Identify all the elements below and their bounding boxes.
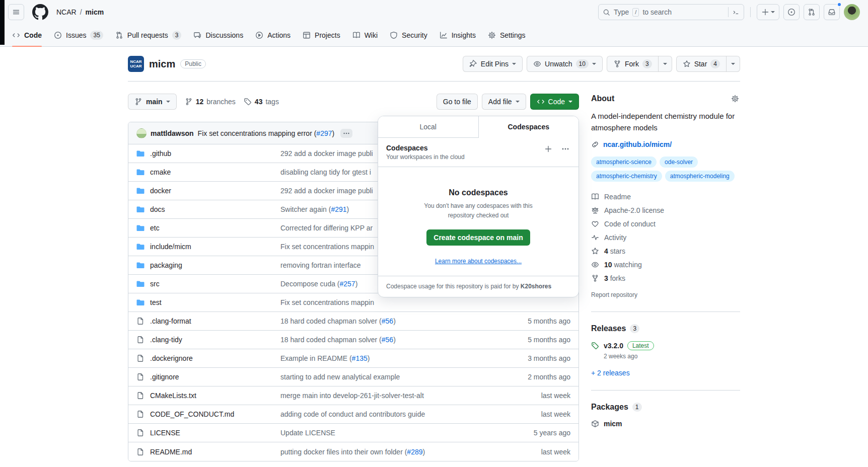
add-file-button[interactable]: Add file [482, 94, 526, 110]
breadcrumb-repo[interactable]: micm [86, 8, 104, 16]
commit-message-link[interactable]: 18 hard coded chapman solver (#56) [280, 336, 500, 344]
pr-link[interactable]: #56 [382, 336, 393, 344]
new-codespace-button[interactable] [543, 144, 553, 154]
commit-message-link[interactable]: adding code of conduct and contributors … [280, 410, 500, 418]
global-pull-requests-button[interactable] [804, 4, 820, 20]
github-logo[interactable] [32, 4, 48, 20]
user-avatar[interactable] [844, 4, 860, 20]
file-name-link[interactable]: .gitignore [136, 373, 280, 381]
pr-link[interactable]: #56 [382, 317, 393, 325]
commit-message-link[interactable]: putting docker files into their own fold… [280, 448, 500, 456]
tab-security[interactable]: Security [386, 24, 431, 46]
unwatch-button[interactable]: Unwatch 10 [527, 56, 603, 72]
about-item-watching[interactable]: 10 watching [591, 261, 740, 269]
file-name-link[interactable]: etc [136, 224, 280, 232]
commit-message-link[interactable]: Update LICENSE [280, 429, 500, 437]
pr-link[interactable]: #257 [340, 280, 355, 288]
popover-tabs: Local Codespaces [378, 116, 578, 138]
fork-button[interactable]: Fork 3 [607, 56, 658, 71]
topic-atmospheric-chemistry[interactable]: atmospheric-chemistry [591, 171, 662, 182]
tab-pull-requests[interactable]: Pull requests3 [111, 24, 186, 46]
tab-projects[interactable]: Projects [299, 24, 344, 46]
codespaces-more-button[interactable] [560, 144, 570, 154]
pr-link[interactable]: #289 [407, 448, 422, 456]
about-item-apache-2-0-license[interactable]: Apache-2.0 license [591, 206, 740, 214]
tab-insights[interactable]: Insights [436, 24, 480, 46]
about-item-readme[interactable]: Readme [591, 193, 740, 201]
branch-selector[interactable]: main [128, 94, 177, 110]
file-name-link[interactable]: .dockerignore [136, 354, 280, 362]
commit-message-link[interactable]: 18 hard coded chapman solver (#56) [280, 317, 500, 325]
tab-local[interactable]: Local [378, 116, 478, 138]
repo-forked-icon [613, 60, 621, 68]
tab-code[interactable]: Code [8, 24, 46, 46]
learn-more-link[interactable]: Learn more about codespaces... [435, 258, 522, 265]
tab-wiki[interactable]: Wiki [348, 24, 382, 46]
commit-details-button[interactable] [340, 129, 352, 138]
commit-message-link[interactable]: starting to add new analytical example [280, 373, 500, 381]
file-name-link[interactable]: docker [136, 187, 280, 195]
hamburger-menu-button[interactable] [8, 4, 24, 20]
command-palette-icon[interactable] [728, 7, 740, 17]
code-button[interactable]: Code [530, 94, 579, 110]
commit-author[interactable]: mattldawson [151, 129, 194, 137]
more-releases-link[interactable]: + 2 releases [591, 369, 630, 377]
star-dropdown-button[interactable] [726, 56, 740, 71]
topic-atmospheric-science[interactable]: atmospheric-science [591, 157, 657, 168]
create-new-button[interactable] [757, 4, 779, 20]
global-issues-button[interactable] [783, 4, 800, 20]
repo-title[interactable]: micm [149, 58, 175, 70]
search-input[interactable]: Type / to search [598, 4, 744, 20]
commit-message[interactable]: Fix set concentrations mapping error (#2… [198, 129, 335, 137]
breadcrumb-org[interactable]: NCAR [56, 8, 77, 16]
commit-message-link[interactable]: Example in README (#135) [280, 354, 500, 362]
tab-codespaces[interactable]: Codespaces [478, 116, 579, 138]
about-item-activity[interactable]: Activity [591, 233, 740, 242]
create-codespace-button[interactable]: Create codespace on main [426, 229, 530, 246]
folder-icon [136, 298, 144, 306]
commit-message-link[interactable]: merge main into develop-261-jit-solver-t… [280, 392, 500, 400]
tab-actions[interactable]: Actions [251, 24, 295, 46]
pr-link[interactable]: #291 [331, 205, 346, 213]
star-button[interactable]: Star 4 [677, 56, 726, 71]
file-name-link[interactable]: src [136, 280, 280, 288]
tab-settings[interactable]: Settings [484, 24, 530, 46]
branches-link[interactable]: 12 branches [185, 98, 236, 106]
fork-dropdown-button[interactable] [658, 56, 672, 71]
file-name-link[interactable]: .github [136, 149, 280, 158]
about-item-forks[interactable]: 3 forks [591, 274, 740, 282]
repo-website-link[interactable]: ncar.github.io/micm/ [591, 140, 740, 148]
about-item-code-of-conduct[interactable]: Code of conduct [591, 220, 740, 228]
tab-discussions[interactable]: Discussions [189, 24, 247, 46]
file-name-link[interactable]: CMakeLists.txt [136, 392, 280, 400]
tags-link[interactable]: 43 tags [244, 98, 279, 106]
about-item-stars[interactable]: 4 stars [591, 247, 740, 255]
edit-about-button[interactable] [730, 94, 740, 104]
file-name-link[interactable]: CODE_OF_CONDUCT.md [136, 410, 280, 418]
file-name-link[interactable]: docs [136, 205, 280, 213]
commit-message-link[interactable]: Fix set concentrations mappin [280, 298, 500, 306]
file-name-link[interactable]: README.md [136, 448, 280, 456]
report-repository-link[interactable]: Report repository [591, 291, 637, 298]
file-name-link[interactable]: LICENSE [136, 429, 280, 437]
file-name-link[interactable]: include/micm [136, 243, 280, 251]
tab-issues[interactable]: Issues35 [50, 24, 107, 46]
file-name-link[interactable]: test [136, 298, 280, 306]
commit-message-text: disabling clang tidy for gtest i [280, 168, 371, 176]
tab-label: Discussions [205, 31, 243, 39]
go-to-file-button[interactable]: Go to file [437, 94, 478, 110]
package-item[interactable]: micm [591, 420, 740, 428]
file-name-link[interactable]: cmake [136, 168, 280, 176]
file-name-link[interactable]: packaging [136, 261, 280, 269]
pr-link[interactable]: #135 [352, 354, 368, 362]
empty-state-title: No codespaces [390, 188, 566, 197]
latest-release-row[interactable]: v3.2.0 Latest 2 weeks ago [591, 341, 740, 360]
topic-ode-solver[interactable]: ode-solver [660, 157, 698, 168]
file-name-link[interactable]: .clang-tidy [136, 336, 280, 344]
edit-pins-button[interactable]: Edit Pins [463, 56, 523, 72]
org-avatar[interactable]: NCAR UCAR [128, 56, 144, 72]
topic-atmospheric-modeling[interactable]: atmospheric-modeling [665, 171, 735, 182]
commit-author-avatar[interactable] [136, 128, 147, 138]
commit-pr-link[interactable]: #297 [316, 129, 332, 137]
file-name-link[interactable]: .clang-format [136, 317, 280, 325]
